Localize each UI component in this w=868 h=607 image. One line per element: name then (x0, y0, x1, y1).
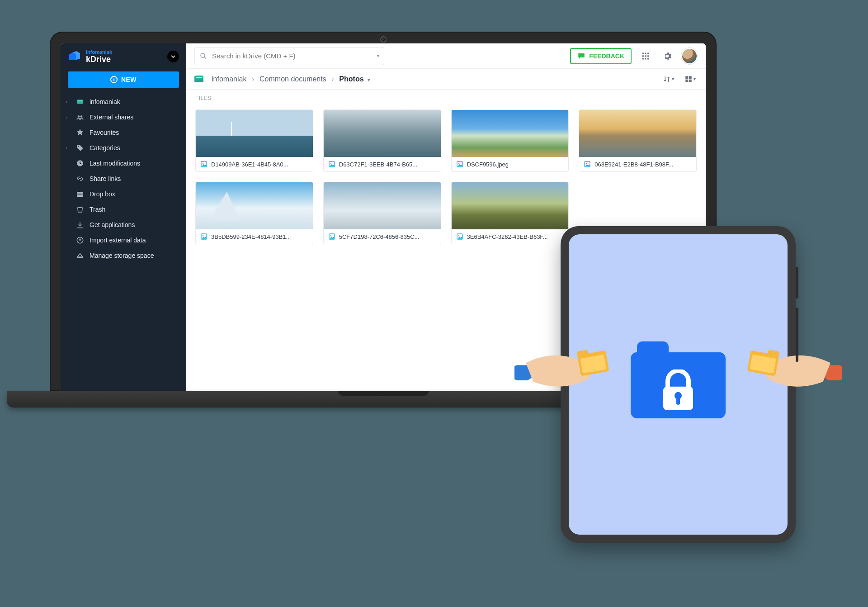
chevron-down-icon (171, 54, 175, 59)
shares-icon (76, 113, 84, 121)
search-options-caret[interactable]: ▾ (377, 53, 379, 58)
brand[interactable]: infomaniak kDrive (61, 43, 186, 68)
breadcrumb-current[interactable]: Photos ▾ (336, 73, 373, 85)
image-file-icon (456, 161, 463, 168)
clock-icon (76, 159, 84, 167)
sidebar-item-import[interactable]: ›Import external data (61, 232, 186, 248)
sidebar-item-download[interactable]: ›Get applications (61, 217, 186, 232)
svg-rect-34 (676, 397, 680, 405)
sidebar-item-trash[interactable]: ›Trash (61, 202, 186, 217)
chevron-right-icon: › (332, 76, 334, 83)
drive-icon (76, 98, 84, 106)
svg-rect-18 (645, 58, 646, 59)
star-icon (76, 128, 84, 137)
file-thumbnail (452, 182, 569, 229)
settings-button[interactable] (660, 48, 675, 64)
kdrive-logo-icon (68, 51, 81, 62)
sidebar-item-label: Share links (90, 175, 121, 182)
sidebar-item-star[interactable]: ›Favourites (61, 125, 186, 140)
file-name: DSCF9596.jpeg (467, 161, 564, 168)
view-mode-button[interactable]: ▾ (682, 71, 698, 87)
sidebar-item-tag[interactable]: ›Categories (61, 140, 186, 156)
file-card[interactable]: D14909AB-36E1-4B45-8A0... (195, 109, 313, 172)
sidebar-item-drive[interactable]: ›infomaniak (61, 94, 186, 109)
storage-icon (76, 251, 84, 260)
feedback-button[interactable]: FEEDBACK (570, 48, 632, 64)
chevron-right-icon: › (252, 76, 254, 83)
svg-point-4 (78, 116, 80, 118)
image-file-icon (456, 233, 463, 240)
svg-point-5 (80, 116, 83, 118)
file-thumbnail (324, 182, 441, 229)
search-field[interactable] (212, 52, 373, 60)
file-card[interactable]: 3B5DB599-234E-4814-93B1... (195, 182, 313, 244)
new-button-label: NEW (121, 76, 137, 83)
chevron-right-icon: › (66, 146, 71, 151)
image-file-icon (584, 161, 591, 168)
sort-icon (663, 75, 671, 83)
svg-rect-14 (642, 55, 644, 57)
apps-grid-button[interactable] (638, 48, 653, 64)
breadcrumb-folder[interactable]: Common documents (257, 73, 329, 85)
sidebar: infomaniak kDrive + NEW ›infomaniak›Exte… (61, 43, 186, 392)
svg-rect-11 (642, 52, 644, 54)
hand-left-icon (514, 337, 627, 404)
file-thumbnail (324, 110, 441, 157)
speech-bubble-icon (577, 52, 585, 60)
svg-rect-3 (77, 100, 83, 101)
svg-rect-9 (77, 257, 83, 258)
svg-point-10 (201, 53, 205, 57)
file-card[interactable]: 3E6B4AFC-3262-43EB-B63F... (451, 182, 569, 244)
feedback-label: FEEDBACK (589, 52, 624, 60)
sidebar-item-label: External shares (90, 114, 133, 121)
sidebar-item-storage[interactable]: ›Manage storage space (61, 248, 186, 263)
hand-right-icon (729, 337, 842, 404)
locked-folder-icon (631, 341, 726, 418)
breadcrumb: infomaniak › Common documents › Photos ▾ (194, 73, 658, 85)
apps-grid-icon (641, 52, 650, 61)
tablet-illustration (561, 226, 796, 543)
sidebar-item-shares[interactable]: ›External shares (61, 109, 186, 125)
breadcrumb-drive[interactable]: infomaniak (209, 73, 249, 85)
file-thumbnail (196, 182, 313, 229)
dropbox-icon (76, 190, 84, 198)
file-name: D63C72F1-3EEB-4B74-B65... (339, 161, 436, 168)
sidebar-item-label: Manage storage space (90, 252, 154, 259)
image-file-icon (328, 161, 335, 168)
file-card[interactable]: DSCF9596.jpeg (451, 109, 569, 172)
camera-icon (380, 36, 387, 43)
sidebar-item-clock[interactable]: ›Last modifications (61, 156, 186, 171)
search-icon (199, 52, 208, 60)
file-card[interactable]: 063E9241-E2B8-48F1-B98F... (579, 109, 697, 172)
file-card[interactable]: 5CF7D198-72C6-4856-835C... (323, 182, 441, 244)
search-input[interactable]: ▾ (194, 47, 384, 65)
svg-point-6 (78, 146, 79, 147)
sidebar-item-label: infomaniak (90, 98, 120, 105)
sidebar-item-dropbox[interactable]: ›Drop box (61, 186, 186, 202)
gear-icon (663, 52, 672, 61)
drive-icon (194, 76, 203, 82)
svg-rect-21 (689, 76, 691, 79)
sidebar-item-label: Trash (90, 206, 105, 213)
sidebar-item-link[interactable]: ›Share links (61, 171, 186, 186)
file-card[interactable]: D63C72F1-3EEB-4B74-B65... (323, 109, 441, 172)
sidebar-item-label: Favourites (90, 129, 119, 136)
new-button[interactable]: + NEW (68, 71, 179, 88)
files-section-header: FILES (186, 90, 706, 107)
file-name: D14909AB-36E1-4B45-8A0... (211, 161, 308, 168)
link-icon (76, 175, 84, 183)
caret-down-icon: ▾ (672, 76, 674, 81)
svg-rect-20 (685, 76, 688, 79)
account-switcher[interactable] (167, 51, 179, 62)
avatar[interactable] (681, 48, 698, 64)
svg-rect-22 (685, 79, 688, 82)
svg-rect-16 (647, 55, 649, 57)
image-file-icon (328, 233, 335, 240)
file-name: 3E6B4AFC-3262-43EB-B63F... (467, 233, 564, 240)
download-icon (76, 221, 84, 229)
sort-button[interactable]: ▾ (660, 71, 676, 87)
sidebar-item-label: Categories (90, 144, 120, 152)
svg-rect-23 (689, 79, 691, 82)
plus-icon: + (110, 76, 118, 83)
chevron-right-icon: › (66, 100, 71, 104)
